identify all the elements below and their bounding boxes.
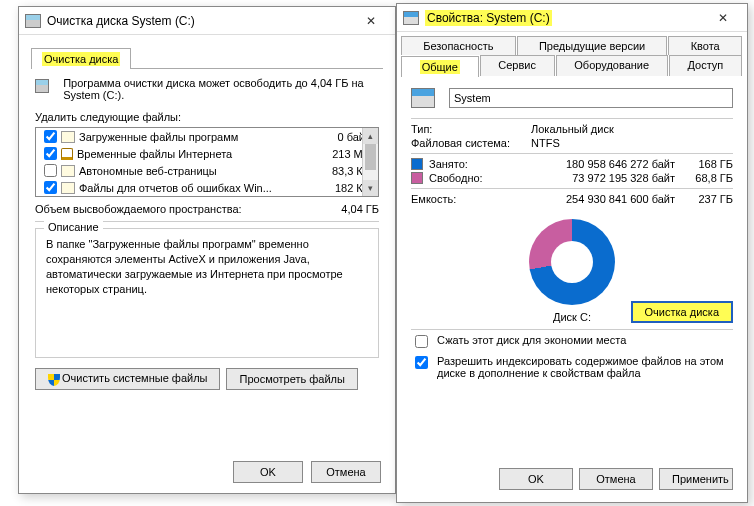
properties-tabbar-2: Общие Сервис Оборудование Доступ [401, 55, 743, 76]
scroll-down-icon[interactable]: ▾ [363, 180, 378, 196]
drive-icon [403, 11, 419, 25]
used-label: Занято: [429, 158, 499, 170]
index-label: Разрешить индексировать содержимое файло… [437, 355, 733, 379]
drive-icon [35, 79, 49, 93]
cleanup-blurb: Программа очистки диска может освободить… [63, 77, 379, 101]
close-icon[interactable]: ✕ [353, 11, 389, 31]
list-item[interactable]: Временные файлы Интернета 213 МБ [36, 145, 378, 162]
clean-system-files-label: Очистить системные файлы [62, 372, 207, 384]
tab-general[interactable]: Общие [401, 56, 479, 77]
list-item[interactable]: Файлы для отчетов об ошибках Win... 182 … [36, 179, 378, 196]
tab-general-label: Общие [420, 60, 460, 74]
compress-label: Сжать этот диск для экономии места [437, 334, 626, 346]
delete-files-label: Удалить следующие файлы: [35, 111, 379, 123]
tab-previous-versions[interactable]: Предыдущие версии [517, 36, 668, 55]
scroll-up-icon[interactable]: ▴ [363, 128, 378, 144]
shield-icon [48, 374, 60, 386]
capacity-label: Емкость: [411, 193, 499, 205]
file-checkbox[interactable] [44, 130, 57, 143]
scroll-thumb[interactable] [365, 144, 376, 170]
tab-security[interactable]: Безопасность [401, 36, 516, 55]
view-files-button[interactable]: Просмотреть файлы [226, 368, 357, 390]
ok-button[interactable]: OK [499, 468, 573, 490]
folder-icon [61, 182, 75, 194]
list-item[interactable]: Загруженные файлы программ 0 байт [36, 128, 378, 145]
index-option[interactable]: Разрешить индексировать содержимое файло… [411, 355, 733, 379]
tab-sharing[interactable]: Доступ [669, 55, 742, 76]
type-label: Тип: [411, 123, 531, 135]
file-name: Временные файлы Интернета [77, 148, 318, 160]
file-checkbox[interactable] [44, 181, 57, 194]
used-gb: 168 ГБ [683, 158, 733, 170]
tab-service[interactable]: Сервис [480, 55, 555, 76]
capacity-gb: 237 ГБ [683, 193, 733, 205]
index-checkbox[interactable] [415, 356, 428, 369]
description-legend: Описание [44, 221, 103, 233]
disk-cleanup-button[interactable]: Очистка диска [631, 301, 733, 323]
scrollbar[interactable]: ▴ ▾ [362, 128, 378, 196]
free-label: Свободно: [429, 172, 499, 184]
used-bytes: 180 958 646 272 байт [499, 158, 683, 170]
drive-icon [411, 88, 435, 108]
tab-hardware[interactable]: Оборудование [556, 55, 668, 76]
file-name: Файлы для отчетов об ошибках Win... [79, 182, 318, 194]
tab-cleanup[interactable]: Очистка диска [31, 48, 131, 69]
file-checkbox[interactable] [44, 164, 57, 177]
apply-button[interactable]: Применить [659, 468, 733, 490]
titlebar[interactable]: Свойства: System (C:) ✕ [397, 4, 747, 32]
titlebar[interactable]: Очистка диска System (C:) ✕ [19, 7, 395, 35]
window-title: Очистка диска System (C:) [47, 14, 353, 28]
cleanup-tabbar: Очистка диска [31, 47, 383, 69]
close-icon[interactable]: ✕ [705, 8, 741, 28]
freed-space-label: Объем высвобождаемого пространства: [35, 203, 242, 215]
free-bytes: 73 972 195 328 байт [499, 172, 683, 184]
freed-space-value: 4,04 ГБ [341, 203, 379, 215]
cancel-button[interactable]: Отмена [579, 468, 653, 490]
folder-icon [61, 165, 75, 177]
file-list[interactable]: Загруженные файлы программ 0 байт Времен… [35, 127, 379, 197]
window-title: Свойства: System (C:) [425, 10, 705, 26]
drive-properties-window: Свойства: System (C:) ✕ Безопасность Пре… [396, 3, 748, 503]
volume-label-input[interactable] [449, 88, 733, 108]
usage-donut-chart [529, 219, 615, 305]
compress-option[interactable]: Сжать этот диск для экономии места [411, 334, 733, 351]
disk-cleanup-window: Очистка диска System (C:) ✕ Очистка диск… [18, 6, 396, 494]
free-gb: 68,8 ГБ [683, 172, 733, 184]
file-checkbox[interactable] [44, 147, 57, 160]
tab-quota[interactable]: Квота [668, 36, 742, 55]
description-group: Описание В папке "Загруженные файлы прог… [35, 228, 379, 358]
filesystem-label: Файловая система: [411, 137, 531, 149]
properties-tabbar: Безопасность Предыдущие версии Квота [401, 36, 743, 55]
clean-system-files-button[interactable]: Очистить системные файлы [35, 368, 220, 390]
window-title-text: Свойства: System (C:) [425, 10, 552, 26]
filesystem-value: NTFS [531, 137, 560, 149]
description-text: В папке "Загруженные файлы программ" вре… [46, 237, 368, 296]
file-name: Загруженные файлы программ [79, 131, 318, 143]
folder-icon [61, 131, 75, 143]
used-swatch-icon [411, 158, 423, 170]
lock-icon [61, 148, 73, 160]
drive-icon [25, 14, 41, 28]
tab-cleanup-label: Очистка диска [42, 52, 120, 66]
free-swatch-icon [411, 172, 423, 184]
compress-checkbox[interactable] [415, 335, 428, 348]
capacity-bytes: 254 930 841 600 байт [499, 193, 683, 205]
type-value: Локальный диск [531, 123, 614, 135]
file-name: Автономные веб-страницы [79, 165, 318, 177]
ok-button[interactable]: OK [233, 461, 303, 483]
cancel-button[interactable]: Отмена [311, 461, 381, 483]
list-item[interactable]: Автономные веб-страницы 83,3 КБ [36, 162, 378, 179]
